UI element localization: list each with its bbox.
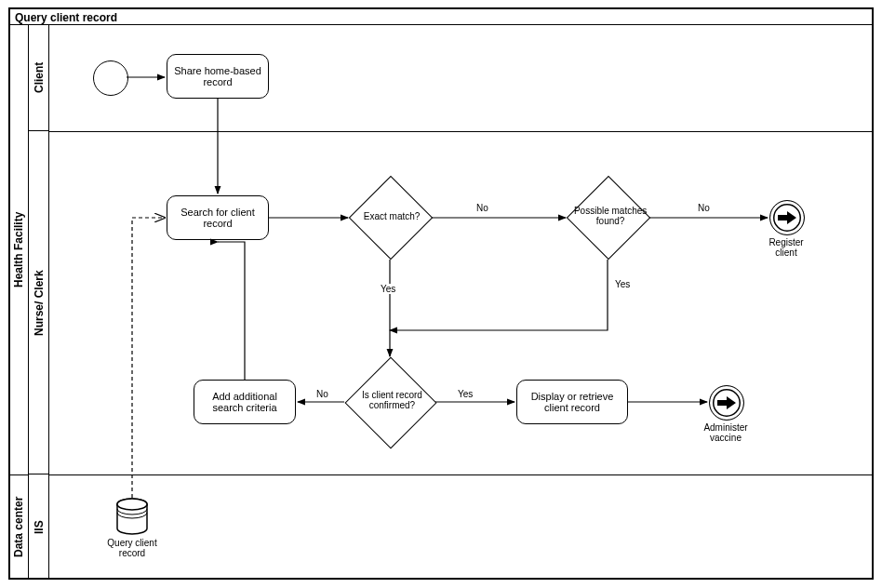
edge-label-no1: No — [474, 203, 490, 213]
edge-label-yes2: Yes — [613, 279, 632, 289]
iis-lane-label: IIS — [29, 474, 49, 580]
end-register-label: Register client — [763, 237, 809, 258]
task-share: Share home-based record — [167, 54, 269, 99]
gateway-confirmed-label: Is client record confirmed? — [354, 390, 429, 410]
gateway-possible-label: Possible matches found? — [573, 206, 648, 226]
svg-point-1 — [117, 499, 147, 510]
nurse-lane-divider — [49, 474, 874, 475]
edge-label-no3: No — [314, 389, 330, 399]
task-share-label: Share home-based record — [171, 65, 264, 87]
gateway-exact-label: Exact match? — [354, 211, 429, 221]
start-event — [93, 60, 128, 96]
end-administer — [709, 385, 744, 421]
task-display: Display or retrieve client record — [516, 380, 628, 424]
edge-label-yes3: Yes — [456, 389, 474, 399]
task-display-label: Display or retrieve client record — [521, 391, 623, 413]
diagram-container: Query client record Health Facility Data… — [0, 0, 882, 588]
datastore — [115, 498, 149, 539]
end-administer-label: Administer vaccine — [698, 422, 754, 443]
task-additional-label: Add additional search criteria — [198, 391, 291, 413]
pool-border — [8, 7, 874, 580]
task-search: Search for client record — [167, 195, 269, 240]
end-register — [769, 200, 805, 235]
task-search-label: Search for client record — [171, 207, 264, 229]
arrow-icon — [778, 211, 796, 224]
arrow-icon — [717, 396, 736, 409]
datastore-label: Query client record — [104, 538, 160, 558]
nurse-lane-label: Nurse/ Clerk — [29, 131, 49, 474]
client-lane-label: Client — [29, 24, 49, 131]
datacenter-label: Data center — [8, 474, 29, 580]
client-lane-divider — [49, 131, 874, 132]
pool-label: Health Facility — [8, 24, 29, 474]
edge-label-no2: No — [696, 203, 712, 213]
task-additional: Add additional search criteria — [194, 380, 296, 424]
edge-label-yes1: Yes — [379, 284, 397, 294]
title-divider — [8, 24, 874, 25]
